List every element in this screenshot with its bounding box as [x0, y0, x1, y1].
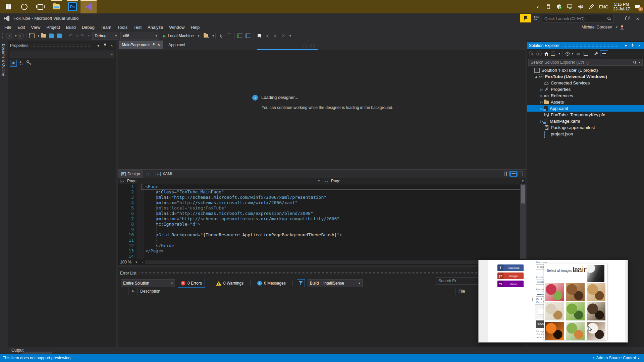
task-view-button[interactable] [32, 0, 48, 13]
breadcrumb-left-dropdown[interactable]: <> Page ▾ [118, 178, 322, 184]
breakpoint-margin[interactable] [137, 248, 144, 254]
configuration-dropdown[interactable]: Debug▾ [92, 32, 119, 40]
window-position-caret-icon[interactable]: ▾ [623, 44, 629, 48]
code-line[interactable]: 4 xmlns:x="http://schemas.microsoft.com/… [118, 200, 526, 205]
code-line[interactable]: 7 xmlns:mc="http://schemas.openxmlformat… [118, 216, 526, 222]
captcha-image-chocolate-dessert[interactable] [566, 283, 585, 301]
home-icon[interactable] [543, 50, 550, 57]
language-indicator[interactable]: ENG [599, 4, 608, 9]
volume-icon[interactable] [578, 4, 584, 10]
design-view-tab[interactable]: Design [118, 170, 143, 178]
quick-launch-input[interactable]: Quick Launch (Ctrl+Q) [542, 15, 614, 22]
find-in-files-icon[interactable] [203, 32, 210, 40]
save-icon[interactable] [48, 32, 55, 40]
menu-team[interactable]: Team [98, 24, 114, 31]
panel-grip[interactable] [31, 44, 92, 47]
paste-icon[interactable] [225, 32, 233, 40]
code-line[interactable]: 6 xmlns:d="http://schemas.microsoft.com/… [118, 211, 526, 216]
clock[interactable]: 5:16 PM22-Jul-17 [613, 2, 630, 11]
next-bookmark-icon[interactable]: ⮞ [272, 32, 279, 40]
tree-item-references[interactable]: ▷References [527, 93, 644, 99]
collapsed-arrow-icon[interactable]: ▷ [540, 101, 544, 104]
description-column-header[interactable]: Description [138, 289, 455, 294]
file-explorer-button[interactable] [48, 0, 64, 13]
code-line[interactable]: 9 [118, 227, 526, 232]
scope-dropdown[interactable]: Entire Solution▾ [121, 279, 175, 287]
comment-icon[interactable] [236, 32, 244, 40]
menu-file[interactable]: File [1, 24, 14, 31]
panel-grip[interactable] [562, 44, 619, 47]
breakpoint-margin[interactable] [137, 195, 144, 200]
zoom-level-dropdown[interactable]: 100 % [118, 260, 133, 264]
breakpoint-margin[interactable] [137, 254, 144, 259]
tree-item-properties[interactable]: ▷Properties [527, 86, 644, 93]
expanded-arrow-icon[interactable]: ◢ [534, 75, 538, 78]
errors-filter-button[interactable]: ✕0 Errors [178, 279, 205, 288]
captcha-image-green-salad[interactable] [566, 302, 585, 320]
start-debugging-button[interactable]: ▶ Local Machine ▾ [163, 34, 199, 38]
code-line[interactable]: 1<Page [118, 184, 526, 189]
collapsed-arrow-icon[interactable]: ▷ [540, 94, 544, 98]
tree-item-solution-foxtube-1-project[interactable]: ∞Solution 'FoxTube' (1 project) [527, 67, 644, 73]
new-project-icon[interactable]: ✦ [28, 32, 36, 40]
menu-view[interactable]: View [28, 24, 43, 31]
captcha-image-glowing-bowl[interactable] [545, 322, 564, 340]
code-line[interactable]: 10 <Grid Background="{ThemeResource Appl… [118, 232, 526, 238]
breakpoint-margin[interactable] [137, 243, 144, 248]
defender-shield-icon[interactable] [556, 4, 562, 10]
preview-selected-items-icon[interactable] [600, 50, 608, 57]
select-element-icon[interactable] [217, 32, 225, 40]
preview-popup-window[interactable]: fFacebookg+GoogleY!Yahoo Usernam dr dool… [478, 260, 628, 343]
newsletter-checkbox[interactable] [532, 298, 535, 301]
code-line[interactable]: 12 </Grid> [118, 243, 526, 248]
collapse-all-icon[interactable]: − [582, 50, 589, 57]
tree-item-project-json[interactable]: { }project.json [527, 131, 644, 137]
breakpoint-margin[interactable] [137, 205, 144, 211]
cortana-button[interactable] [16, 0, 32, 13]
code-line[interactable]: 13</Page> [118, 248, 526, 254]
send-feedback-button[interactable] [533, 15, 540, 23]
captcha-image-salad-bowl[interactable] [566, 322, 585, 340]
toolbar-overflow-caret[interactable]: ▾ [289, 34, 291, 38]
new-caret-icon[interactable]: ▾ [38, 34, 40, 38]
breakpoint-margin[interactable] [137, 238, 144, 243]
build-intellisense-dropdown[interactable]: Build + IntelliSense▾ [308, 279, 363, 287]
alphabetical-sort-icon[interactable]: AZ [19, 61, 21, 66]
panel-grip[interactable] [139, 272, 521, 275]
usb-device-icon[interactable] [545, 4, 551, 10]
pending-changes-filter-icon[interactable]: ▾ [564, 50, 574, 57]
object-selector-dropdown[interactable]: ▾ [10, 51, 114, 58]
window-position-caret-icon[interactable]: ▾ [96, 44, 101, 48]
menu-debug[interactable]: Debug [79, 24, 98, 31]
network-icon[interactable] [567, 4, 573, 10]
user-avatar[interactable] [620, 25, 625, 30]
save-all-icon[interactable] [56, 32, 63, 40]
breakpoint-margin[interactable] [137, 189, 144, 195]
zoom-caret-icon[interactable]: ▾ [136, 260, 137, 264]
clear-bookmarks-icon[interactable]: ✕ [280, 32, 287, 40]
breakpoint-margin[interactable] [137, 227, 144, 232]
recaptcha-checkbox[interactable] [538, 308, 544, 314]
prev-bookmark-icon[interactable]: ⮜ [264, 32, 271, 40]
tree-item-assets[interactable]: ▷Assets [527, 99, 644, 105]
code-line[interactable]: 11 [118, 238, 526, 243]
horizontal-split-icon[interactable] [511, 172, 516, 176]
xaml-view-tab[interactable]: <> XAML [152, 170, 177, 178]
tree-item-mainpage-xaml[interactable]: ▷MainPage.xaml [527, 118, 644, 124]
minimize-button[interactable]: — [611, 14, 621, 23]
captcha-image-pancakes-coffee[interactable] [587, 283, 605, 301]
tab-mainpage-xaml[interactable]: MainPage.xaml × [119, 41, 163, 49]
messages-filter-button[interactable]: i0 Messages [255, 279, 288, 287]
breakpoint-margin[interactable] [137, 200, 144, 205]
collapse-pane-icon[interactable]: ⌄ [518, 172, 523, 176]
yahoo-login-button[interactable]: Y!Yahoo [497, 281, 524, 287]
hscroll-left-arrow[interactable]: ◂ [142, 260, 144, 264]
page-right-gutter[interactable] [625, 260, 628, 342]
back-caret-icon[interactable]: ▾ [15, 34, 17, 38]
menu-test[interactable]: Test [130, 24, 145, 31]
menu-build[interactable]: Build [63, 24, 79, 31]
captcha-image-coffee-beans[interactable] [587, 302, 605, 320]
undo-caret-icon[interactable]: ▾ [76, 34, 78, 38]
tree-item-package-appxmanifest[interactable]: Package.appxmanifest [527, 124, 644, 131]
find-caret-icon[interactable]: ▾ [212, 34, 214, 38]
